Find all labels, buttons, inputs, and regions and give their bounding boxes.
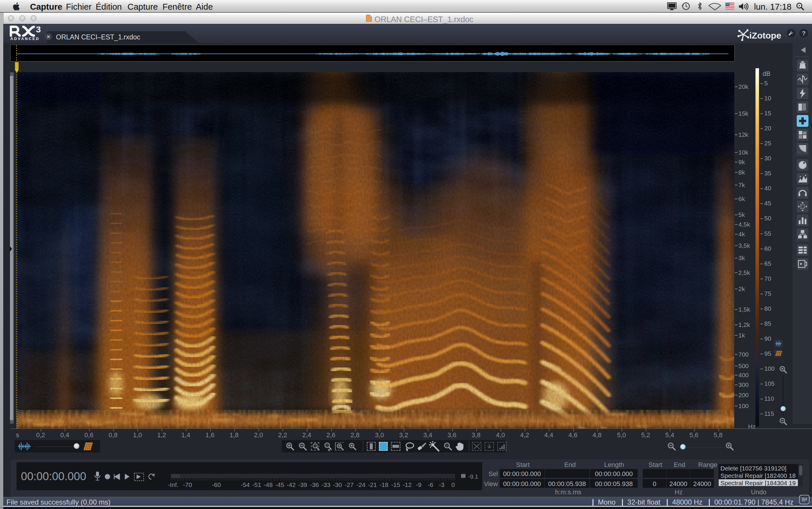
svg-text:iZotope: iZotope xyxy=(749,31,781,40)
svg-text:3: 3 xyxy=(36,25,41,34)
svg-text:ADVANCED: ADVANCED xyxy=(10,36,40,41)
